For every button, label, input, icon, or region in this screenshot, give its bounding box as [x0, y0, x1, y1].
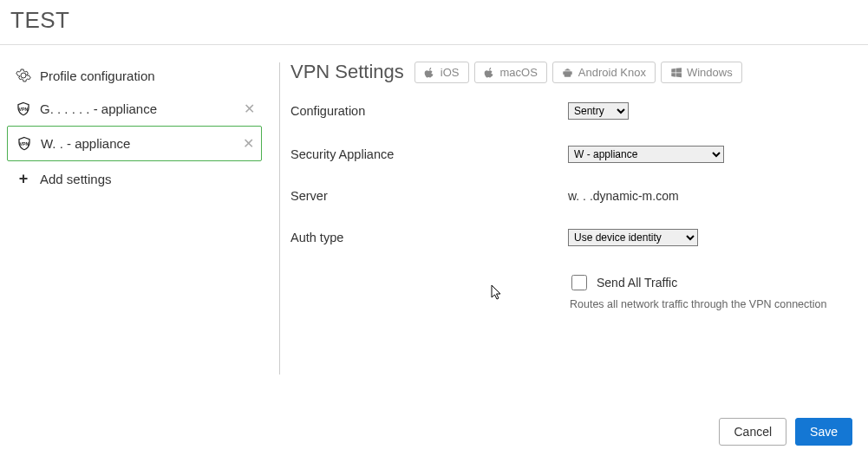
platform-chip-macos[interactable]: macOS [474, 62, 547, 83]
label-auth-type: Auth type [290, 231, 568, 244]
security-appliance-select[interactable]: W - appliance [568, 146, 724, 163]
close-icon[interactable]: ✕ [244, 101, 255, 117]
save-button[interactable]: Save [795, 418, 852, 446]
sidebar-item-label: Profile configuration [40, 68, 255, 83]
sidebar-item-vpn-w[interactable]: W. . - appliance ✕ [7, 126, 262, 161]
plus-icon: + [14, 170, 33, 188]
sidebar-item-label: G. . . . . . - appliance [40, 101, 244, 116]
add-settings-button[interactable]: + Add settings [7, 161, 262, 197]
send-all-traffic-label: Send All Traffic [597, 276, 677, 290]
chip-label: macOS [500, 66, 538, 79]
vpn-shield-icon [14, 101, 33, 117]
send-all-traffic-checkbox[interactable] [571, 275, 587, 290]
sidebar-item-vpn-g[interactable]: G. . . . . . - appliance ✕ [7, 92, 262, 126]
platform-chip-android[interactable]: Android Knox [552, 62, 656, 83]
chip-label: Windows [687, 66, 733, 79]
main-panel: VPN Settings iOS macOS Android Knox Wind… [290, 45, 868, 392]
chip-label: Android Knox [578, 66, 646, 79]
footer-actions: Cancel Save [719, 418, 852, 446]
add-settings-label: Add settings [40, 172, 112, 186]
section-title: VPN Settings [290, 61, 404, 83]
label-configuration: Configuration [290, 104, 568, 118]
platform-chip-ios[interactable]: iOS [414, 62, 469, 83]
sidebar-item-label: W. . - appliance [41, 136, 243, 151]
platform-chip-windows[interactable]: Windows [661, 62, 742, 83]
windows-icon [670, 67, 682, 78]
chip-label: iOS [441, 66, 460, 79]
cancel-button[interactable]: Cancel [719, 418, 786, 446]
vpn-shield-icon [15, 136, 34, 152]
label-security-appliance: Security Appliance [290, 147, 568, 161]
configuration-select[interactable]: Sentry [568, 102, 629, 120]
apple-icon [484, 67, 495, 78]
auth-type-select[interactable]: Use device identity [568, 229, 698, 246]
sidebar-item-profile-config[interactable]: Profile configuration [7, 59, 262, 92]
label-server: Server [290, 189, 568, 203]
apple-icon [424, 67, 435, 78]
android-icon [562, 67, 573, 78]
server-value: w. . .dynamic-m.com [568, 189, 679, 203]
close-icon[interactable]: ✕ [243, 135, 254, 152]
page-title: TEST [0, 0, 868, 45]
gear-icon [14, 68, 33, 83]
send-all-traffic-helper: Routes all network traffic through the V… [570, 298, 856, 310]
vertical-divider [279, 62, 280, 375]
platform-chips: iOS macOS Android Knox Windows [414, 62, 742, 83]
sidebar: Profile configuration G. . . . . . - app… [0, 45, 269, 392]
